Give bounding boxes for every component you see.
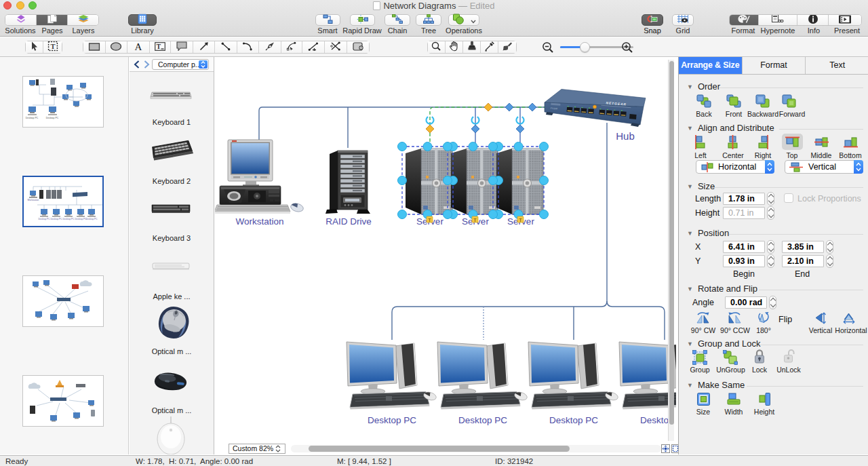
svg-text:Desktop PC: Desktop PC [85, 218, 98, 220]
svg-text:Desktop PC: Desktop PC [38, 218, 50, 220]
svg-text:Desktop PC: Desktop PC [458, 415, 507, 425]
svg-text:Workstation: Workstation [235, 216, 283, 227]
svg-text:Workstation: Workstation [28, 199, 39, 201]
svg-text:RAID Drive: RAID Drive [326, 216, 372, 227]
svg-text:T: T [519, 217, 522, 223]
svg-text:T: T [473, 217, 477, 223]
svg-text:Desktop PC: Desktop PC [26, 117, 39, 119]
svg-text:T: T [157, 43, 161, 50]
svg-text:Desktop PC: Desktop PC [549, 415, 598, 425]
svg-text:T: T [50, 42, 55, 50]
svg-text:Desktop PC: Desktop PC [50, 218, 62, 220]
svg-text:T: T [428, 217, 431, 223]
svg-text:Desktop PC: Desktop PC [46, 117, 59, 119]
svg-text:A: A [134, 41, 142, 51]
svg-text:Desktop PC: Desktop PC [368, 415, 416, 425]
svg-text:Desktop PC: Desktop PC [62, 218, 75, 220]
svg-text:Hub: Hub [616, 130, 635, 142]
svg-text:FS108: FS108 [551, 107, 557, 111]
